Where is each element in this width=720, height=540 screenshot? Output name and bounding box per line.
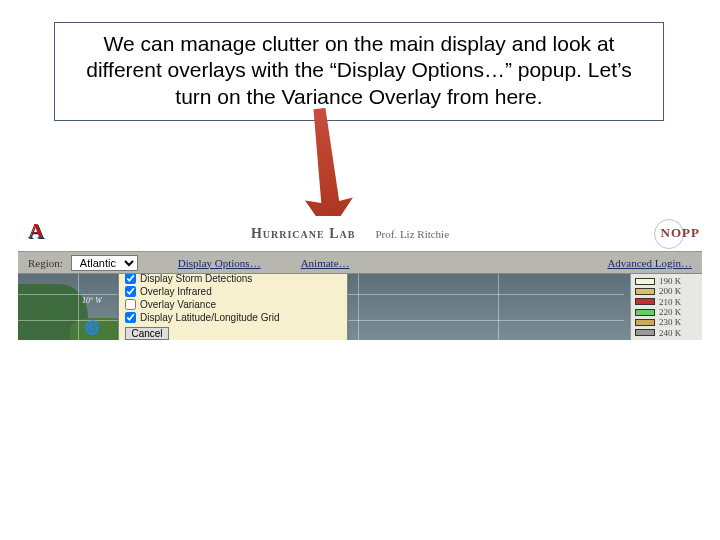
map-area: 10° W 🌀 Display Storm Detections Overlay… bbox=[18, 274, 702, 340]
legend-row: 210 K bbox=[635, 297, 698, 307]
instruction-caption: We can manage clutter on the main displa… bbox=[54, 22, 664, 121]
region-select[interactable]: Atlantic bbox=[71, 255, 138, 271]
swatch bbox=[635, 309, 655, 316]
app-window: A Hurricane Lab Prof. Liz Ritchie NOPP R… bbox=[18, 216, 702, 340]
checkbox-variance[interactable] bbox=[125, 299, 136, 310]
region-label: Region: bbox=[28, 257, 63, 269]
swatch bbox=[635, 298, 655, 305]
color-legend: 190 K 200 K 210 K 220 K 230 K 240 K bbox=[630, 274, 702, 340]
cancel-button[interactable]: Cancel bbox=[125, 327, 169, 340]
opt-display-storm-detections[interactable]: Display Storm Detections bbox=[125, 274, 341, 284]
opt-label: Display Latitude/Longitude Grid bbox=[140, 312, 280, 323]
legend-row: 220 K bbox=[635, 307, 698, 317]
legend-row: 190 K bbox=[635, 276, 698, 286]
app-header: A Hurricane Lab Prof. Liz Ritchie NOPP bbox=[18, 216, 702, 252]
arizona-logo: A bbox=[22, 220, 50, 248]
app-title: Hurricane Lab bbox=[251, 226, 356, 242]
opt-display-grid[interactable]: Display Latitude/Longitude Grid bbox=[125, 312, 341, 323]
swatch bbox=[635, 319, 655, 326]
nopp-logo: NOPP bbox=[650, 218, 698, 250]
advanced-login-link[interactable]: Advanced Login… bbox=[607, 257, 692, 269]
lat-label: 10° W bbox=[82, 296, 102, 305]
checkbox-grid[interactable] bbox=[125, 312, 136, 323]
professor-name: Prof. Liz Ritchie bbox=[375, 228, 449, 240]
opt-label: Display Storm Detections bbox=[140, 274, 252, 284]
opt-overlay-variance[interactable]: Overlay Variance bbox=[125, 299, 341, 310]
swatch bbox=[635, 329, 655, 336]
animate-link[interactable]: Animate… bbox=[301, 257, 350, 269]
checkbox-storm-detections[interactable] bbox=[125, 274, 136, 284]
display-options-popup: Display Storm Detections Overlay Infrare… bbox=[118, 274, 348, 340]
opt-overlay-infrared[interactable]: Overlay Infrared bbox=[125, 286, 341, 297]
swatch bbox=[635, 288, 655, 295]
opt-label: Overlay Variance bbox=[140, 299, 216, 310]
display-options-link[interactable]: Display Options… bbox=[178, 257, 261, 269]
toolbar: Region: Atlantic Display Options… Animat… bbox=[18, 252, 702, 274]
hurricane-icon: 🌀 bbox=[84, 320, 100, 335]
checkbox-infrared[interactable] bbox=[125, 286, 136, 297]
legend-row: 230 K bbox=[635, 317, 698, 327]
opt-label: Overlay Infrared bbox=[140, 286, 212, 297]
legend-row: 240 K bbox=[635, 328, 698, 338]
swatch bbox=[635, 278, 655, 285]
legend-row: 200 K bbox=[635, 286, 698, 296]
